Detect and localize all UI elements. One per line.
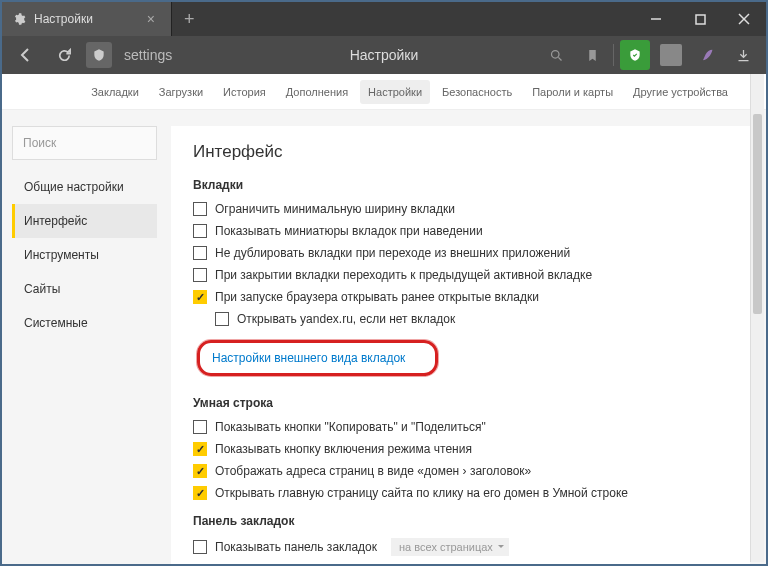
checkbox[interactable] <box>193 442 207 456</box>
gear-icon <box>12 12 26 26</box>
content-area: Поиск Общие настройки Интерфейс Инструме… <box>2 110 766 564</box>
settings-main: Интерфейс Вкладки Ограничить минимальную… <box>171 126 750 564</box>
download-icon[interactable] <box>728 40 758 70</box>
tab-title: Настройки <box>34 12 141 26</box>
topnav-passwords[interactable]: Пароли и карты <box>524 80 621 104</box>
address-bar: settings Настройки <box>2 36 766 74</box>
sidebar-item-interface[interactable]: Интерфейс <box>12 204 157 238</box>
checkbox[interactable] <box>193 290 207 304</box>
topnav-downloads[interactable]: Загрузки <box>151 80 211 104</box>
minimize-button[interactable] <box>634 2 678 36</box>
close-button[interactable] <box>722 2 766 36</box>
sidebar-item-tools[interactable]: Инструменты <box>12 238 157 272</box>
section-title: Интерфейс <box>193 142 728 162</box>
opt-no-duplicate: Не дублировать вкладки при переходе из в… <box>193 246 728 260</box>
url-text[interactable]: settings <box>124 47 172 63</box>
back-button[interactable] <box>10 39 42 71</box>
checkbox[interactable] <box>193 540 207 554</box>
reload-button[interactable] <box>48 39 80 71</box>
checkbox[interactable] <box>193 246 207 260</box>
opt-open-yandex: Открывать yandex.ru, если нет вкладок <box>215 312 728 326</box>
tabs-appearance-link[interactable]: Настройки внешнего вида вкладок <box>197 340 438 376</box>
titlebar: Настройки × + <box>2 2 766 36</box>
opt-restore-tabs: При запуске браузера открывать ранее отк… <box>193 290 728 304</box>
scrollbar-thumb[interactable] <box>753 114 762 314</box>
extension-icon[interactable] <box>656 40 686 70</box>
sidebar-item-system[interactable]: Системные <box>12 306 157 340</box>
settings-sidebar: Поиск Общие настройки Интерфейс Инструме… <box>12 126 157 564</box>
opt-domain-title: Отображать адреса страниц в виде «домен … <box>193 464 728 478</box>
new-tab-button[interactable]: + <box>172 9 207 30</box>
bookmark-icon[interactable] <box>577 40 607 70</box>
maximize-button[interactable] <box>678 2 722 36</box>
sidebar-item-general[interactable]: Общие настройки <box>12 170 157 204</box>
svg-point-4 <box>551 50 559 58</box>
topnav-settings[interactable]: Настройки <box>360 80 430 104</box>
search-icon[interactable] <box>541 40 571 70</box>
site-identity-icon[interactable] <box>86 42 112 68</box>
checkbox[interactable] <box>193 268 207 282</box>
browser-window: Настройки × + settings Настройки Закладк… <box>0 0 768 566</box>
window-controls <box>634 2 766 36</box>
opt-show-bookmarks: Показывать панель закладок на всех стран… <box>193 538 728 556</box>
tabs-subtitle: Вкладки <box>193 178 728 192</box>
smart-subtitle: Умная строка <box>193 396 728 410</box>
topnav-security[interactable]: Безопасность <box>434 80 520 104</box>
opt-reader: Показывать кнопку включения режима чтени… <box>193 442 728 456</box>
search-input[interactable]: Поиск <box>12 126 157 160</box>
svg-rect-1 <box>696 15 705 24</box>
svg-line-5 <box>558 57 561 60</box>
browser-tab[interactable]: Настройки × <box>2 2 172 36</box>
checkbox[interactable] <box>193 420 207 434</box>
page-title: Настройки <box>350 47 419 63</box>
opt-limit-width: Ограничить минимальную ширину вкладки <box>193 202 728 216</box>
opt-thumbnails: Показывать миниатюры вкладок при наведен… <box>193 224 728 238</box>
topnav-devices[interactable]: Другие устройства <box>625 80 736 104</box>
checkbox[interactable] <box>193 202 207 216</box>
topnav-addons[interactable]: Дополнения <box>278 80 356 104</box>
bookmarks-scope-dropdown[interactable]: на всех страницах <box>391 538 509 556</box>
vertical-scrollbar[interactable] <box>750 74 764 562</box>
feather-icon[interactable] <box>692 40 722 70</box>
checkbox[interactable] <box>193 464 207 478</box>
topnav-history[interactable]: История <box>215 80 274 104</box>
topnav-bookmarks[interactable]: Закладки <box>83 80 147 104</box>
tab-close-button[interactable]: × <box>141 11 161 27</box>
opt-copy-share: Показывать кнопки "Копировать" и "Подели… <box>193 420 728 434</box>
sidebar-item-sites[interactable]: Сайты <box>12 272 157 306</box>
protect-icon[interactable] <box>620 40 650 70</box>
bookmarks-subtitle: Панель закладок <box>193 514 728 528</box>
opt-prev-tab: При закрытии вкладки переходить к предыд… <box>193 268 728 282</box>
checkbox[interactable] <box>193 224 207 238</box>
top-navigation: Закладки Загрузки История Дополнения Нас… <box>2 74 766 110</box>
checkbox[interactable] <box>215 312 229 326</box>
checkbox[interactable] <box>193 486 207 500</box>
opt-open-home: Открывать главную страницу сайта по клик… <box>193 486 728 500</box>
